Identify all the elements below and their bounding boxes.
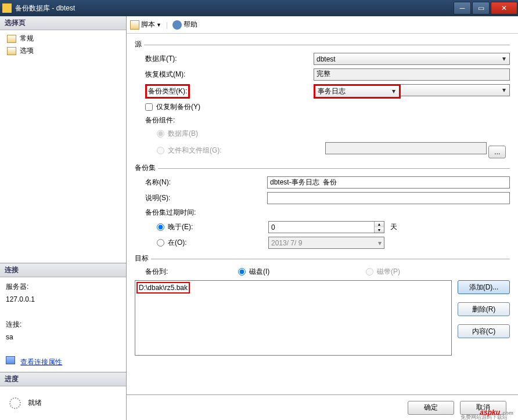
copy-only-input[interactable]	[145, 103, 153, 111]
conn-value: sa	[6, 331, 120, 344]
component-database-radio: 数据库(B)	[157, 129, 198, 139]
sidebar-item-options[interactable]: 选项	[0, 45, 126, 57]
files-browse-button[interactable]: ...	[488, 146, 506, 158]
destination-path-highlight[interactable]: D:\dbak\rz5.bak	[136, 282, 190, 294]
progress-header: 进度	[0, 372, 126, 386]
app-icon	[2, 3, 12, 13]
view-connection-props[interactable]: 查看连接属性	[6, 356, 120, 369]
database-label: 数据库(T):	[145, 54, 314, 64]
dialog-buttons: 确定 取消	[127, 394, 518, 420]
recovery-input: 完整	[314, 68, 510, 81]
server-value: 127.0.0.1	[6, 294, 120, 306]
ok-button[interactable]: 确定	[408, 401, 454, 415]
window-controls: ─ ▭ ✕	[453, 2, 518, 15]
destination-listbox[interactable]: D:\dbak\rz5.bak	[135, 280, 452, 356]
copy-only-checkbox[interactable]: 仅复制备份(Y)	[145, 102, 200, 112]
contents-button[interactable]: 内容(C)	[458, 324, 510, 338]
after-radio[interactable]: 晚于(E):	[157, 222, 268, 232]
files-path-input	[325, 142, 487, 154]
content: 脚本 ▼ | 帮助 源 数据库(T): dbtest 恢复模式(	[127, 16, 518, 420]
name-input[interactable]	[267, 176, 510, 189]
database-combo[interactable]: dbtest	[314, 53, 510, 65]
tape-radio: 磁带(P)	[366, 267, 494, 277]
page-icon	[7, 35, 16, 43]
disk-label: 磁盘(I)	[249, 267, 269, 277]
after-label: 晚于(E):	[168, 222, 193, 232]
backup-type-value: 事务日志	[318, 86, 346, 96]
tape-label: 磁带(P)	[377, 267, 400, 277]
toolbar: 脚本 ▼ | 帮助	[127, 16, 518, 34]
progress-spinner-icon	[9, 397, 21, 409]
spin-up-icon[interactable]: ▲	[375, 222, 384, 227]
on-input[interactable]	[157, 239, 164, 247]
comp-files-label: 文件和文件组(G):	[168, 146, 222, 155]
add-button[interactable]: 添加(D)...	[458, 280, 510, 294]
connection-body: 服务器: 127.0.0.1 连接: sa 查看连接属性	[0, 277, 126, 372]
backup-type-highlight: 事务日志	[314, 84, 401, 99]
script-label: 脚本	[141, 20, 155, 30]
spin-down-icon[interactable]: ▼	[375, 227, 384, 233]
name-label: 名称(N):	[145, 178, 267, 187]
destination-path: D:\dbak\rz5.bak	[139, 284, 188, 292]
comp-db-label: 数据库(B)	[168, 129, 198, 139]
on-label: 在(O):	[168, 238, 187, 248]
remove-button[interactable]: 删除(R)	[458, 302, 510, 316]
sidebar-label: 选项	[20, 46, 34, 56]
window-title: 备份数据库 - dbtest	[15, 3, 75, 13]
calendar-dropdown-icon: ▾	[378, 239, 382, 247]
backup-type-label-highlight: 备份类型(K):	[145, 84, 190, 99]
backup-type-label: 备份类型(K):	[148, 87, 187, 95]
recovery-label: 恢复模式(M):	[145, 70, 314, 79]
script-button[interactable]: 脚本 ▼	[130, 20, 161, 30]
sidebar-item-general[interactable]: 常规	[0, 32, 126, 45]
view-props-link[interactable]: 查看连接属性	[20, 358, 62, 366]
help-label: 帮助	[184, 20, 197, 30]
source-group-label: 源	[135, 39, 142, 49]
comp-files-input	[157, 147, 164, 154]
connection-header: 连接	[0, 263, 126, 277]
desc-input[interactable]	[267, 192, 510, 204]
expire-label: 备份集过期时间:	[145, 208, 314, 218]
tape-input	[366, 268, 373, 276]
sidebar-label: 常规	[20, 34, 34, 44]
progress-status: 就绪	[28, 397, 42, 410]
disk-input[interactable]	[238, 268, 246, 276]
sidebar: 选择页 常规 选项 连接 服务器: 127.0.0.1 连接: sa	[0, 16, 127, 420]
script-icon	[130, 20, 139, 30]
copy-only-label: 仅复制备份(Y)	[156, 102, 200, 112]
comp-db-input	[157, 130, 164, 137]
help-icon	[172, 20, 182, 30]
titlebar: 备份数据库 - dbtest ─ ▭ ✕	[0, 0, 518, 16]
disk-radio[interactable]: 磁盘(I)	[238, 267, 366, 277]
close-button[interactable]: ✕	[491, 2, 517, 15]
backup-component-label: 备份组件:	[145, 115, 314, 125]
maximize-button[interactable]: ▭	[472, 2, 490, 15]
after-input[interactable]	[157, 223, 164, 231]
minimize-button[interactable]: ─	[454, 2, 471, 15]
desc-label: 说明(S):	[145, 193, 267, 203]
component-files-radio: 文件和文件组(G):	[157, 146, 325, 155]
on-radio[interactable]: 在(O):	[157, 238, 268, 248]
database-value: dbtest	[316, 55, 336, 63]
backup-type-combo-part[interactable]: 事务日志	[315, 86, 399, 97]
backupset-group-label: 备份集	[135, 163, 156, 173]
after-value-input[interactable]	[269, 222, 374, 233]
on-date-picker: 2013/ 7/ 9 ▾	[268, 237, 384, 249]
recovery-value: 完整	[316, 70, 330, 78]
days-label: 天	[390, 222, 397, 232]
dest-group-label: 目标	[135, 254, 149, 263]
after-days-spinner[interactable]: ▲▼	[268, 221, 384, 233]
chevron-down-icon: ▼	[156, 22, 161, 28]
help-button[interactable]: 帮助	[172, 20, 197, 30]
watermark: aspku .com 免费网站源码下载站	[480, 408, 513, 417]
on-date-value: 2013/ 7/ 9	[271, 239, 302, 247]
backup-type-combo[interactable]	[401, 84, 510, 96]
watermark-tagline: 免费网站源码下载站	[461, 414, 508, 420]
server-label: 服务器:	[6, 281, 120, 294]
page-icon	[7, 47, 16, 55]
monitor-icon	[6, 356, 15, 364]
conn-label: 连接:	[6, 318, 120, 331]
select-page-header: 选择页	[0, 16, 126, 30]
backup-to-label: 备份到:	[145, 267, 238, 277]
